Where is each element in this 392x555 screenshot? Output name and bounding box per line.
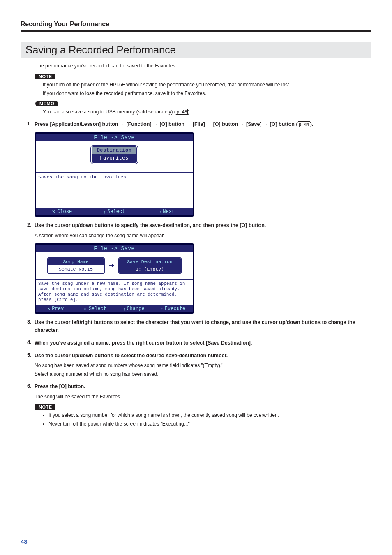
note-badge-2: NOTE bbox=[35, 404, 55, 410]
step-6-number: 6. bbox=[27, 383, 35, 391]
screen-info-text-2: Save the song under a new name. If song … bbox=[36, 279, 193, 305]
change-action[interactable]: ↕Change bbox=[114, 306, 154, 312]
memo-badge: MEMO bbox=[35, 101, 58, 106]
screen-info-text: Saves the song to the Favorites. bbox=[36, 172, 193, 208]
destination-selector[interactable]: Destination Favorites bbox=[92, 146, 137, 163]
song-name-value: Sonate No.15 bbox=[48, 265, 104, 273]
arrow-icon: → bbox=[120, 122, 125, 127]
step-5-sub-2: Select a song number at which no song ha… bbox=[35, 370, 371, 378]
destination-value: Favorites bbox=[92, 154, 136, 162]
section-title: Saving a Recorded Performance bbox=[25, 44, 176, 56]
page-ref-44[interactable]: p. 44 bbox=[298, 121, 310, 127]
circle-icon: ○ bbox=[159, 209, 161, 214]
rule-thin bbox=[21, 30, 371, 31]
step-4-text: When you've assigned a name, press the r… bbox=[35, 339, 371, 347]
arrow-icon: → bbox=[263, 122, 268, 127]
device-screenshot-destination: File -> Save Destination Favorites Saves… bbox=[35, 132, 194, 217]
step-2-text: Use the cursor up/down buttons to specif… bbox=[35, 222, 371, 229]
arrow-icon: → bbox=[206, 122, 212, 127]
page-ref-48[interactable]: p. 48 bbox=[176, 109, 188, 115]
select-action-2[interactable]: ↔Select bbox=[75, 306, 115, 312]
arrow-right-icon: ➔ bbox=[109, 261, 114, 269]
note-2-bullet-2: Never turn off the power while the scree… bbox=[48, 420, 371, 428]
step-5-number: 5. bbox=[27, 352, 35, 360]
updown-icon: ↕ bbox=[123, 306, 126, 311]
step-1-text: Press [Application/Lesson] button → [Fun… bbox=[35, 120, 371, 128]
leftright-icon: ↔ bbox=[83, 306, 88, 311]
step-3-number: 3. bbox=[27, 319, 35, 334]
arrow-icon: → bbox=[240, 122, 245, 127]
rule-thick bbox=[21, 31, 371, 32]
step-2-sub: A screen where you can change the song n… bbox=[35, 232, 371, 239]
circle-icon: ○ bbox=[161, 306, 164, 311]
x-icon: ✕ bbox=[52, 209, 55, 215]
screen-title-2: File -> Save bbox=[36, 245, 193, 252]
arrow-icon: → bbox=[153, 122, 158, 127]
note-2-bullet-1: If you select a song number for which a … bbox=[48, 412, 371, 419]
next-action[interactable]: ○Next bbox=[141, 209, 193, 215]
device-screenshot-songname: File -> Save Song Name Sonate No.15 ➔ Sa… bbox=[35, 243, 194, 314]
step-6-sub: The song will be saved to the Favorites. bbox=[35, 393, 371, 400]
step-6-text: Press the [O] button. bbox=[35, 383, 371, 391]
breadcrumb: Recording Your Performance bbox=[21, 21, 371, 30]
execute-action[interactable]: ○Execute bbox=[154, 306, 193, 312]
destination-label: Destination bbox=[92, 147, 136, 154]
step-1-number: 1. bbox=[27, 120, 35, 128]
updown-icon: ↕ bbox=[104, 209, 106, 214]
song-name-box[interactable]: Song Name Sonate No.15 bbox=[47, 257, 105, 274]
arrow-icon: → bbox=[186, 122, 191, 127]
save-destination-value: 1: (Empty) bbox=[119, 265, 181, 273]
step-3-text: Use the cursor left/right buttons to sel… bbox=[35, 319, 371, 334]
x-icon: ✕ bbox=[47, 306, 51, 312]
screen-title: File -> Save bbox=[36, 134, 193, 141]
save-destination-header: Save Destination bbox=[119, 258, 181, 265]
step-2-number: 2. bbox=[27, 222, 35, 229]
memo-line: You can also save a song to USB memory (… bbox=[43, 108, 371, 116]
save-destination-box[interactable]: Save Destination 1: (Empty) bbox=[118, 257, 182, 274]
prev-action[interactable]: ✕Prev bbox=[36, 306, 75, 312]
note-badge: NOTE bbox=[35, 74, 55, 79]
page-number: 48 bbox=[21, 538, 28, 545]
step-4-number: 4. bbox=[27, 339, 35, 347]
intro-text: The performance you've recorded can be s… bbox=[35, 62, 371, 69]
step-5-text: Use the cursor up/down buttons to select… bbox=[35, 352, 371, 360]
close-action[interactable]: ✕Close bbox=[36, 209, 88, 215]
song-name-header: Song Name bbox=[48, 258, 104, 265]
note-line-1: If you turn off the power of the HPi-6F … bbox=[43, 81, 371, 88]
section-heading: Saving a Recorded Performance bbox=[21, 42, 371, 58]
note-line-2: If you don't want to lose the recorded p… bbox=[43, 90, 371, 97]
select-action[interactable]: ↕Select bbox=[88, 209, 140, 215]
step-5-sub-1: No song has been saved at song numbers w… bbox=[35, 362, 371, 369]
